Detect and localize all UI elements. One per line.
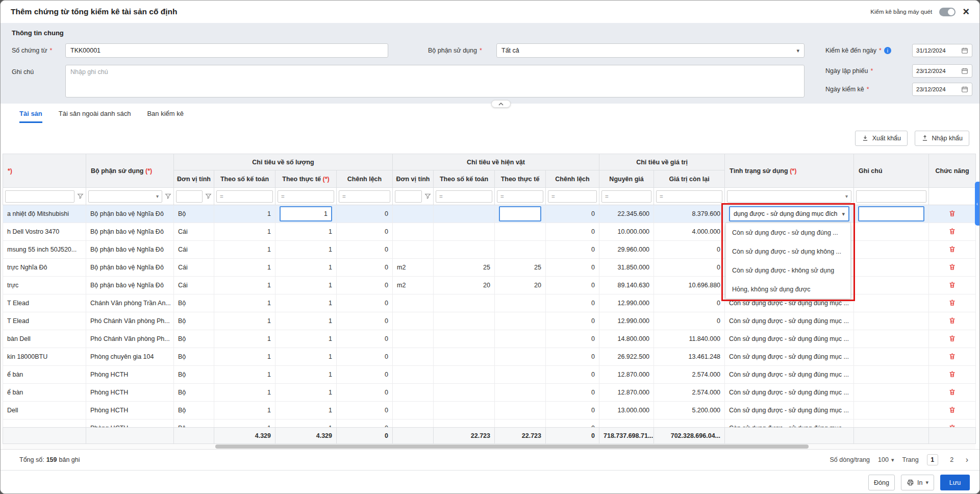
delete-row-icon[interactable] [948, 316, 956, 325]
cell-qty-book: 1 [214, 348, 275, 366]
document-number-input[interactable] [65, 43, 388, 58]
cell-asset-name: bàn Dell [3, 330, 86, 348]
cell-phys-actual [495, 223, 546, 241]
delete-row-icon[interactable] [948, 245, 956, 253]
cell-asset-name: msung 55 inch 50J520... [3, 241, 86, 259]
table-row[interactable]: T Elead Phó Chánh Văn phòng Ph... Bộ 1 1… [3, 312, 976, 330]
filter-funnel-icon[interactable] [205, 193, 212, 200]
filter-funnel-icon[interactable] [424, 193, 431, 200]
print-button[interactable]: In ▾ [901, 475, 934, 490]
column-header-unit: Đơn vị tính [174, 170, 214, 188]
filter-status-select[interactable]: ▾ [727, 190, 851, 203]
column-header-note: Ghi chú [854, 154, 929, 188]
total-qty-book: 4.329 [214, 428, 275, 444]
phys-actual-input[interactable] [499, 206, 541, 221]
filter-funnel-icon[interactable] [77, 193, 84, 200]
delete-row-icon[interactable] [948, 334, 956, 342]
status-combobox[interactable]: dụng được - sử dụng đúng mục đích▾ [729, 206, 849, 221]
cell-note [854, 241, 929, 259]
filter-remaining-input[interactable]: = [656, 190, 722, 203]
status-option[interactable]: Còn sử dụng được - sử dụng đúng ... [726, 223, 850, 242]
cell-qty-actual: 1 [275, 241, 337, 259]
filter-qty-actual-input[interactable]: = [278, 190, 334, 203]
group-header-physical: Chỉ tiêu về hiện vật [393, 154, 599, 170]
filter-note-input[interactable] [856, 190, 926, 203]
cell-qty-diff: 0 [337, 366, 393, 384]
record-count: Tổng số: 159 bản ghi [19, 456, 80, 463]
table-row-selected[interactable]: a nhiệt độ Mitshubishi Bộ phận bảo vệ Ng… [3, 205, 976, 223]
cell-department: Bộ phận bảo vệ Nghĩa Đô [86, 205, 174, 223]
cell-unit: Bộ [174, 366, 214, 384]
next-page-icon[interactable]: › [966, 455, 968, 464]
scanner-toggle[interactable] [939, 8, 956, 16]
cell-phys-actual: 20 [495, 277, 546, 294]
delete-row-icon[interactable] [948, 299, 956, 307]
tab-ban-kiem-ke[interactable]: Ban kiểm kê [147, 104, 184, 123]
collapse-section-button[interactable] [491, 100, 511, 108]
table-row[interactable]: Dell Phòng HCTH Bộ 1 1 0 0 13.000.000 5.… [3, 402, 976, 419]
delete-row-icon[interactable] [948, 281, 956, 289]
cell-qty-book: 1 [214, 294, 275, 312]
delete-row-icon[interactable] [948, 227, 956, 235]
delete-row-icon[interactable] [948, 352, 956, 360]
inventory-to-date-label: Kiểm kê đến ngày* [825, 43, 891, 58]
filter-cost-input[interactable]: = [601, 190, 651, 203]
save-button[interactable]: Lưu [940, 475, 970, 490]
filter-unit2-input[interactable] [395, 190, 422, 203]
delete-row-icon[interactable] [948, 263, 956, 271]
table-row[interactable]: kin 18000BTU Phòng chuyên gia 104 Bộ 1 1… [3, 348, 976, 366]
table-row[interactable]: ể bàn Phòng HCTH Bộ 1 1 0 0 12.870.000 2… [3, 366, 976, 384]
cell-cost: 12.870.000 [599, 384, 654, 402]
filter-phys-diff-input[interactable]: = [548, 190, 597, 203]
cell-status: Còn sử dụng được - sử dụng đúng mục ... [725, 348, 854, 366]
department-select[interactable]: Tất cả▾ [496, 43, 805, 58]
filter-unit-input[interactable] [176, 190, 203, 203]
export-button[interactable]: Xuất khẩu [855, 131, 908, 146]
filter-asset-input[interactable] [5, 190, 74, 203]
table-row[interactable]: ể bàn Phòng HCTH Bộ 1 1 0 0 12.870.000 2… [3, 384, 976, 402]
cell-asset-name: kin 18000BTU [3, 348, 86, 366]
note-cell-input[interactable] [858, 206, 924, 221]
modal-title: Thêm chứng từ tổng kiểm kê tài sản cố đị… [11, 7, 177, 16]
cell-phys-diff: 0 [546, 259, 599, 277]
cell-phys-actual [495, 312, 546, 330]
scanner-toggle-label: Kiểm kê bằng máy quét [870, 9, 932, 15]
table-row[interactable]: bàn Dell Phó Chánh Văn phòng Ph... Bộ 1 … [3, 330, 976, 348]
filter-qty-book-input[interactable]: = [216, 190, 273, 203]
note-textarea[interactable] [65, 65, 805, 97]
status-option[interactable]: Hỏng, không sử dụng được [726, 280, 850, 299]
status-option[interactable]: Còn sử dụng được - sử dụng không ... [726, 242, 850, 261]
cell-department: Chánh Văn phòng Trần An... [86, 294, 174, 312]
tab-tai-san[interactable]: Tài sản [19, 104, 42, 123]
cell-asset-name: a nhiệt độ Mitshubishi [3, 205, 86, 223]
page-button-1[interactable]: 1 [927, 454, 938, 465]
inventory-to-date-input[interactable]: 31/12/2024 [912, 44, 972, 57]
filter-qty-diff-input[interactable]: = [339, 190, 390, 203]
status-option[interactable]: Còn sử dụng được - không sử dụng [726, 261, 850, 280]
cell-cost: 13.000.000 [599, 402, 654, 419]
issue-date-input[interactable]: 23/12/2024 [912, 64, 972, 78]
per-page-select[interactable]: 100 ▾ [878, 456, 894, 463]
close-button[interactable]: Đóng [868, 475, 895, 490]
filter-phys-actual-input[interactable]: = [497, 190, 543, 203]
qty-actual-input[interactable]: 1 [280, 206, 332, 221]
delete-row-icon[interactable] [948, 406, 956, 414]
close-icon[interactable]: × [963, 6, 969, 17]
page-button-2[interactable]: 2 [946, 454, 958, 465]
tab-tai-san-ngoai-danh-sach[interactable]: Tài sản ngoài danh sách [59, 104, 131, 123]
delete-row-icon[interactable] [948, 388, 956, 396]
filter-phys-book-input[interactable]: = [436, 190, 492, 203]
horizontal-scrollbar-thumb[interactable] [215, 444, 809, 449]
filter-funnel-icon[interactable] [165, 193, 171, 200]
import-button[interactable]: Nhập khẩu [915, 131, 969, 146]
side-panel-handle[interactable]: ‹ [975, 182, 979, 226]
delete-row-icon[interactable] [948, 370, 956, 378]
inventory-date-input[interactable]: 23/12/2024 [912, 83, 972, 96]
inventory-date-label: Ngày kiểm kê* [825, 82, 869, 96]
cell-status: Còn sử dụng được - sử dụng đúng mục ... [725, 312, 854, 330]
cell-phys-book [434, 330, 495, 348]
cell-remaining: 5.200.000 [654, 402, 725, 419]
delete-row-icon[interactable] [948, 209, 956, 217]
cell-qty-book: 1 [214, 366, 275, 384]
filter-department-select[interactable]: ▾ [88, 190, 162, 203]
